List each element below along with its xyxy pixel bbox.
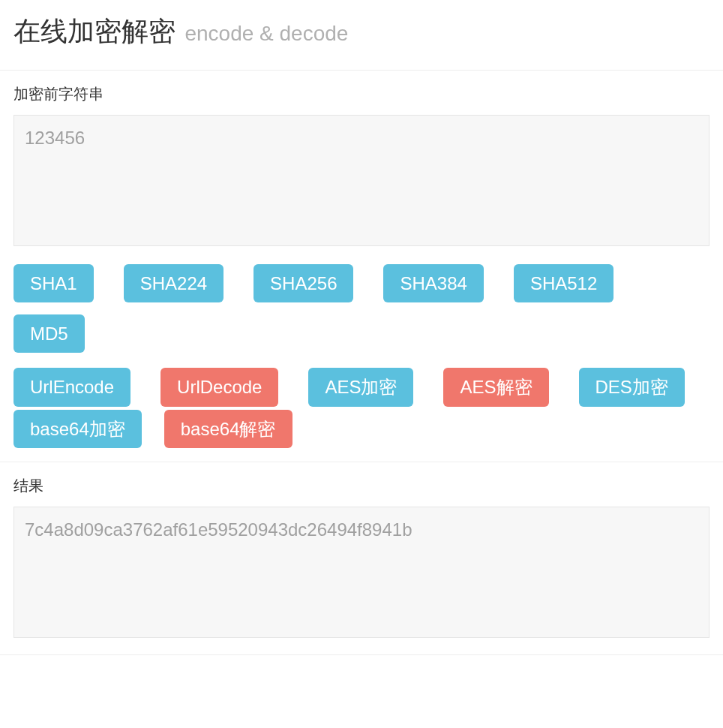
input-label: 加密前字符串 [14, 84, 710, 104]
aes-decrypt-button[interactable]: AES解密 [443, 368, 548, 406]
base64-decrypt-button[interactable]: base64解密 [164, 410, 292, 448]
result-section: 结果 [0, 462, 723, 655]
button-row-1: SHA1SHA224SHA256SHA384SHA512MD5 [14, 264, 710, 353]
aes-encrypt-button[interactable]: AES加密 [308, 368, 413, 406]
page-title: 在线加密解密 [14, 16, 176, 47]
input-section: 加密前字符串 SHA1SHA224SHA256SHA384SHA512MD5 U… [0, 71, 723, 462]
des-encrypt-button[interactable]: DES加密 [579, 368, 685, 406]
urlencode-button[interactable]: UrlEncode [14, 368, 130, 406]
sha224-button[interactable]: SHA224 [124, 264, 224, 302]
md5-button[interactable]: MD5 [14, 314, 85, 353]
result-textarea[interactable] [14, 507, 710, 638]
result-label: 结果 [14, 476, 710, 496]
sha256-button[interactable]: SHA256 [254, 264, 353, 302]
page-subtitle: encode & decode [184, 22, 348, 45]
sha384-button[interactable]: SHA384 [383, 264, 483, 302]
base64-encrypt-button[interactable]: base64加密 [14, 410, 142, 448]
input-textarea[interactable] [14, 115, 710, 246]
sha1-button[interactable]: SHA1 [14, 264, 94, 302]
button-row-2: UrlEncodeUrlDecodeAES加密AES解密DES加密 [14, 368, 710, 406]
sha512-button[interactable]: SHA512 [514, 264, 614, 302]
button-row-3: base64加密base64解密 [14, 410, 710, 448]
urldecode-button[interactable]: UrlDecode [160, 368, 278, 406]
page-header: 在线加密解密 encode & decode [0, 0, 723, 71]
